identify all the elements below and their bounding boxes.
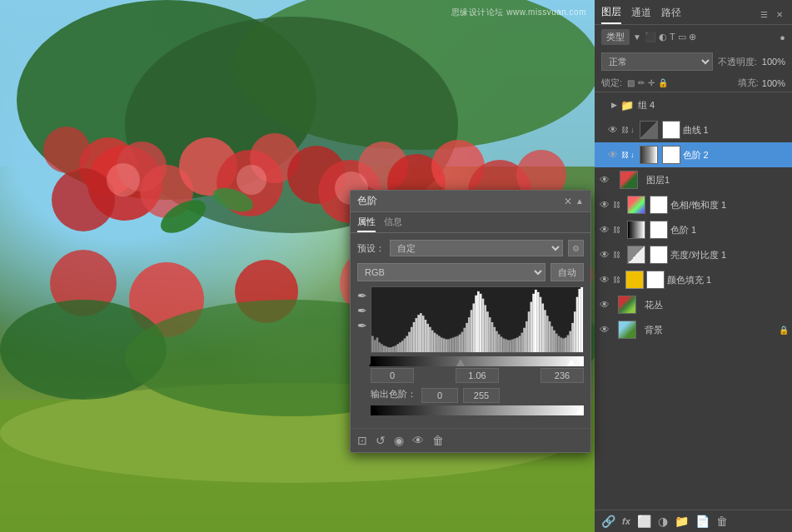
filter-type-icon[interactable]: T (670, 32, 675, 42)
tab-channels[interactable]: 通道 (631, 6, 651, 23)
adjustment-icon[interactable]: ◑ (658, 515, 668, 528)
type-filter-label[interactable]: 类型 (601, 29, 630, 45)
lock-all-icon[interactable]: 🔒 (658, 78, 668, 87)
channel-row: RGB 自动 (357, 263, 584, 281)
delete-layer-icon[interactable]: 🗑 (716, 515, 728, 528)
collapse-group4[interactable]: ▶ (611, 101, 617, 109)
dialog-tab-info[interactable]: 信息 (384, 216, 402, 232)
lock-move-icon[interactable]: ✛ (648, 78, 655, 87)
output-min-input[interactable]: 0 (421, 388, 458, 403)
svg-rect-41 (381, 344, 383, 352)
link-levels2: ⛓ (621, 151, 629, 159)
mid-handle[interactable] (456, 359, 465, 366)
svg-rect-108 (535, 290, 537, 352)
svg-rect-106 (530, 302, 533, 352)
layer-row-background[interactable]: 👁 背景 🔒 (595, 317, 792, 342)
view-previous-icon[interactable]: ◉ (394, 434, 404, 447)
type-dropdown-arrow[interactable]: ▼ (633, 32, 641, 42)
svg-rect-113 (546, 316, 549, 352)
dialog-panel-tabs: 属性 信息 (351, 212, 590, 233)
auto-btn[interactable]: 自动 (550, 263, 584, 281)
svg-rect-67 (441, 337, 443, 352)
panel-menu-icon[interactable]: ☰ (758, 9, 770, 20)
black-level-input[interactable]: 0 (371, 368, 414, 383)
white-handle[interactable] (567, 359, 575, 366)
layer-row-layer1[interactable]: 👁 图层1 (595, 167, 792, 192)
vis-hsl1[interactable]: 👁 (598, 199, 611, 211)
swatch-fill1 (625, 271, 644, 289)
layer-row-group4[interactable]: ▶ 📁 组 4 (595, 92, 792, 117)
eyedropper-white-icon[interactable]: ✒ (357, 320, 367, 331)
tab-paths[interactable]: 路径 (661, 6, 681, 23)
vis-layer1[interactable]: 👁 (598, 174, 611, 186)
vis-levels1[interactable]: 👁 (598, 224, 611, 236)
svg-rect-117 (555, 334, 558, 352)
layer-row-curves1[interactable]: 👁 ⛓ ↓ 曲线 1 (595, 117, 792, 142)
filter-pixel-icon[interactable]: ⬛ (645, 32, 656, 42)
filter-smart-icon[interactable]: ⊕ (689, 32, 696, 42)
filter-adjust-icon[interactable]: ◐ (659, 32, 667, 42)
lock-transparent-icon[interactable]: ▨ (627, 78, 635, 87)
vis-background[interactable]: 👁 (598, 324, 611, 336)
eyedropper-black-icon[interactable]: ✒ (357, 290, 367, 301)
output-max-input[interactable]: 255 (463, 388, 500, 403)
lock-brush-icon[interactable]: ✏ (638, 78, 645, 87)
output-black-handle[interactable] (371, 408, 379, 415)
fx-icon[interactable]: fx (622, 516, 630, 526)
fill-value: 100% (762, 78, 785, 88)
svg-rect-98 (511, 339, 514, 352)
fill-label: 填充: (738, 77, 759, 89)
dialog-collapse-btn[interactable]: ▲ (575, 196, 584, 206)
svg-rect-72 (452, 337, 455, 352)
visibility-toggle-icon[interactable]: 👁 (412, 434, 424, 447)
dialog-tab-properties[interactable]: 属性 (357, 216, 376, 232)
svg-point-23 (237, 165, 266, 195)
tab-layers[interactable]: 图层 (601, 5, 621, 24)
layer-row-brightness1[interactable]: 👁 ⛓ 亮度/对比度 1 (595, 242, 792, 267)
layer-row-hsl1[interactable]: 👁 ⛓ 色相/饱和度 1 (595, 192, 792, 217)
white-level-input[interactable]: 236 (540, 368, 584, 383)
blend-mode-select[interactable]: 正常 (601, 52, 713, 71)
delete-adjustment-icon[interactable]: 🗑 (432, 434, 444, 447)
layer-row-levels1[interactable]: 👁 ⛓ 色阶 1 (595, 217, 792, 242)
filter-toggle[interactable]: ● (780, 32, 785, 42)
svg-rect-111 (541, 304, 544, 353)
vis-brightness1[interactable]: 👁 (598, 249, 611, 261)
eyedropper-mid-icon[interactable]: ✒ (357, 305, 367, 316)
mid-level-input[interactable]: 1.06 (456, 368, 499, 383)
svg-rect-61 (426, 324, 429, 352)
output-gradient-bar[interactable] (371, 405, 584, 415)
previous-state-icon[interactable]: ↺ (376, 434, 386, 447)
link-layers-icon[interactable]: 🔗 (601, 515, 615, 528)
svg-rect-65 (436, 335, 438, 352)
dialog-close-btn[interactable]: ✕ (564, 196, 572, 207)
thumb-background (618, 321, 636, 339)
vis-levels2[interactable]: 👁 (606, 149, 620, 161)
svg-rect-86 (484, 305, 486, 352)
add-mask-icon[interactable]: ⬜ (637, 515, 651, 528)
filter-shape-icon[interactable]: ▭ (678, 32, 686, 42)
layer-row-fill1[interactable]: 👁 ⛓ 颜色填充 1 (595, 267, 792, 292)
output-white-handle[interactable] (575, 408, 584, 415)
new-layer-icon[interactable]: 📄 (695, 515, 710, 528)
black-handle[interactable] (369, 359, 377, 366)
preset-options-btn[interactable]: ⚙ (568, 240, 584, 256)
svg-rect-97 (510, 340, 512, 352)
vis-flowers[interactable]: 👁 (598, 299, 611, 311)
svg-rect-60 (425, 320, 427, 352)
clip-to-layer-icon[interactable]: ⊡ (357, 434, 367, 447)
svg-rect-115 (550, 326, 553, 352)
svg-rect-54 (411, 327, 413, 352)
panel-close-icon[interactable]: ✕ (774, 9, 785, 20)
layer-row-flowers[interactable]: 👁 花丛 (595, 292, 792, 317)
vis-curves1[interactable]: 👁 (606, 124, 620, 136)
svg-rect-110 (540, 297, 542, 352)
preset-select[interactable]: 自定 (390, 240, 563, 256)
channel-select[interactable]: RGB (357, 263, 545, 281)
new-group-icon[interactable]: 📁 (675, 515, 689, 528)
layer-row-levels2[interactable]: 👁 ⛓ ↓ 色阶 2 (595, 142, 792, 167)
vis-fill1[interactable]: 👁 (598, 274, 611, 286)
input-slider-bar[interactable] (371, 356, 584, 366)
svg-rect-39 (376, 337, 379, 352)
thumb-layer1 (620, 171, 638, 189)
